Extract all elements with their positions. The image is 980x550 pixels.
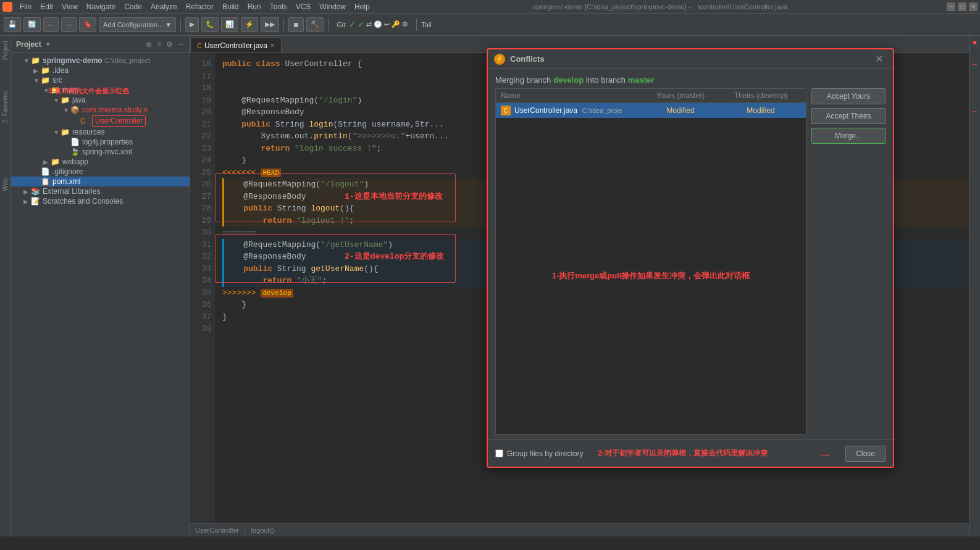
run-coverage-button[interactable]: 📊 <box>221 17 238 32</box>
menu-refactor[interactable]: Refactor <box>182 1 217 12</box>
close-window-button[interactable]: ✕ <box>969 2 978 11</box>
tree-item-pomxml[interactable]: 📋 pom.xml <box>11 177 190 186</box>
tree-item-gitignore[interactable]: 📄 .gitignore <box>11 167 190 177</box>
tree-label-package: com.itheima.study.n <box>82 106 148 114</box>
dialog-close-button[interactable]: Close <box>845 446 886 462</box>
group-by-dir-checkbox[interactable] <box>495 449 503 457</box>
tab-close-icon[interactable]: ✕ <box>270 42 275 49</box>
tree-item-package[interactable]: ▼ 📦 com.itheima.study.n <box>11 105 190 115</box>
tab-java-icon: C <box>197 42 202 49</box>
folder-icon-ext-libs: 📚 <box>31 187 41 196</box>
build-project-button[interactable]: 🔨 <box>306 17 324 32</box>
app-logo <box>2 2 12 12</box>
maximize-button[interactable]: □ <box>958 2 966 11</box>
main-layout: Project 2: Favorites Web Project ▼ ⊕ ≡ ⚙… <box>0 36 980 536</box>
profile-button[interactable]: ⚡ <box>241 17 258 32</box>
menu-build[interactable]: Build <box>219 1 243 12</box>
toolbar-separator-1 <box>180 19 181 31</box>
tree-item-springmvc[interactable]: 🍃 spring-mvc.xml <box>11 147 190 157</box>
save-button[interactable]: 💾 <box>4 17 21 32</box>
merge-button[interactable]: Merge... <box>811 128 886 144</box>
git-key-icon[interactable]: 🔑 <box>392 20 400 28</box>
tree-item-log4j[interactable]: 📄 log4j.properties <box>11 137 190 147</box>
branch-develop: develop <box>553 75 584 85</box>
dialog-close-icon[interactable]: ✕ <box>871 52 887 66</box>
minimize-button[interactable]: ─ <box>947 2 955 11</box>
file-icon-springmvc: 🍃 <box>70 148 80 156</box>
tab-usercontroller[interactable]: C UserController.java ✕ <box>190 38 282 52</box>
row-theirs-status: Modified <box>721 106 801 115</box>
tree-item-idea[interactable]: ▶ 📁 .idea <box>11 65 190 75</box>
web-tab[interactable]: Web <box>1 176 10 193</box>
status-bar: UserController › logout() <box>190 523 969 536</box>
menu-navigate[interactable]: Navigate <box>83 1 119 12</box>
run-button[interactable]: ▶ <box>185 17 199 32</box>
row-java-icon: C <box>501 106 511 115</box>
stop-button[interactable]: ⏹ <box>288 17 304 32</box>
folder-icon-java: 📁 <box>61 96 70 104</box>
add-config-button[interactable]: Add Configuration... ▼ <box>99 17 176 32</box>
git-check2-icon[interactable]: ✓ <box>358 20 364 29</box>
back-button[interactable]: ← <box>43 17 59 32</box>
tree-item-external-libraries[interactable]: ▶ 📚 External Libraries <box>11 186 190 196</box>
tree-arrow-package: ▼ <box>63 107 70 114</box>
dialog-title: Conflicts <box>510 54 545 64</box>
col-header-yours: Yours (master) <box>640 91 721 100</box>
row-filename: UserController.java C:\idea_proje <box>514 106 640 115</box>
debug-button[interactable]: 🐛 <box>201 17 219 32</box>
git-history-icon[interactable]: 🕐 <box>374 20 382 28</box>
error-marker-1[interactable]: ─ <box>970 59 980 69</box>
accept-yours-button[interactable]: Accept Yours <box>811 88 886 104</box>
folder-icon-resources: 📁 <box>61 128 70 136</box>
accept-theirs-button[interactable]: Accept Theirs <box>811 108 886 124</box>
hide-panel-icon[interactable]: ─ <box>177 39 185 50</box>
run-with-button[interactable]: ▶▶ <box>261 17 279 32</box>
tree-item-usercontroller[interactable]: C UserController <box>11 115 190 127</box>
locate-icon[interactable]: ⊕ <box>144 39 153 50</box>
arrow-right-icon: → <box>819 448 831 462</box>
menu-vcs[interactable]: VCS <box>292 1 315 12</box>
forward-button[interactable]: → <box>61 17 77 32</box>
git-check-icon[interactable]: ✓ <box>349 20 356 29</box>
menu-tools[interactable]: Tools <box>266 1 291 12</box>
project-panel: Project ▼ ⊕ ≡ ⚙ ─ ▼ 📁 springmvc-demo C:\… <box>11 36 190 536</box>
project-panel-tab[interactable]: Project <box>1 38 10 62</box>
tree-label-springmvc: spring-mvc.xml <box>82 148 132 156</box>
left-side-strip: Project 2: Favorites Web <box>0 36 11 536</box>
menu-window[interactable]: Window <box>316 1 350 12</box>
tree-item-java[interactable]: ▼ 📁 java <box>11 95 190 105</box>
sync-button[interactable]: 🔄 <box>23 17 41 32</box>
toolbar-separator-3 <box>328 19 329 31</box>
table-row-usercontroller[interactable]: C UserController.java C:\idea_proje Modi… <box>496 103 806 118</box>
git-branch-icon[interactable]: ⇄ <box>366 20 372 28</box>
title-bar-text: springmvc-demo [C:\idea_project\springmv… <box>375 3 945 10</box>
tree-item-root[interactable]: ▼ 📁 springmvc-demo C:\idea_project <box>11 56 190 65</box>
panel-icons: ⊕ ≡ ⚙ ─ <box>144 39 185 50</box>
right-side-strip: ● ─ ─ <box>969 36 980 536</box>
menu-analyze[interactable]: Analyze <box>147 1 181 12</box>
java-icon-usercontroller: C <box>80 117 90 125</box>
tree-item-scratches[interactable]: ▶ 📝 Scratches and Consoles <box>11 196 190 206</box>
menu-view[interactable]: View <box>58 1 82 12</box>
editor-area: C UserController.java ✕ 16 17 18 19 20 2… <box>190 36 969 536</box>
git-revert-icon[interactable]: ↩ <box>384 20 390 28</box>
error-marker-2[interactable]: ─ <box>970 106 980 116</box>
tree-item-resources[interactable]: ▼ 📁 resources <box>11 127 190 137</box>
menu-code[interactable]: Code <box>120 1 146 12</box>
tab-label: UserController.java <box>204 41 267 50</box>
bookmark-button[interactable]: 🔖 <box>79 17 96 32</box>
collapse-all-icon[interactable]: ≡ <box>156 39 162 50</box>
tree-arrow-scratches: ▶ <box>23 198 31 205</box>
error-indicator[interactable]: ● <box>970 37 980 47</box>
favorites-tab[interactable]: 2: Favorites <box>1 88 10 125</box>
dialog-main-annotation: 1-执行merge或pull操作如果发生冲突，会弹出此对话框 <box>552 270 750 281</box>
menu-help[interactable]: Help <box>351 1 374 12</box>
menu-run[interactable]: Run <box>244 1 265 12</box>
menu-edit[interactable]: Edit <box>36 1 57 12</box>
git-label: Git: <box>337 21 347 28</box>
settings-panel-icon[interactable]: ⚙ <box>165 39 174 50</box>
menu-file[interactable]: File <box>16 1 35 12</box>
git-settings-icon[interactable]: ⚙ <box>402 20 408 28</box>
tree-item-webapp[interactable]: ▶ 📁 webapp <box>11 157 190 167</box>
tree-item-src[interactable]: ▼ 📁 src <box>11 75 190 85</box>
